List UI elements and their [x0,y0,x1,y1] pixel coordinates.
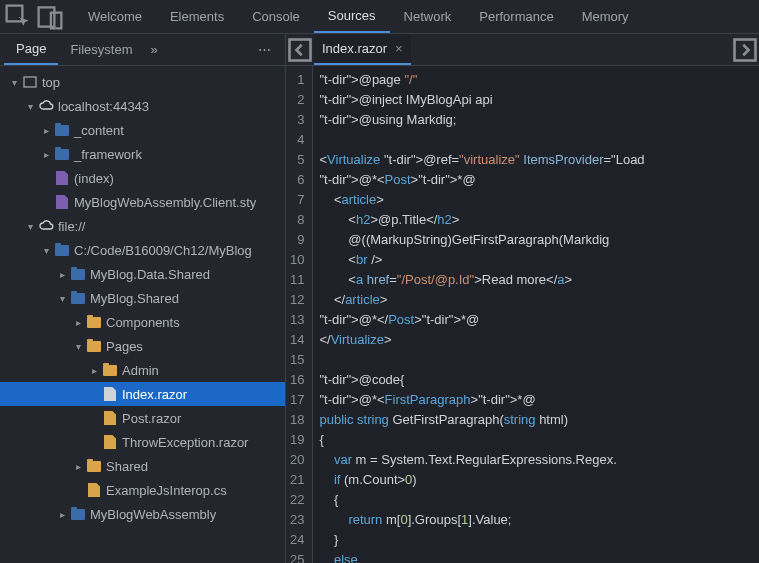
editor-tab-label: Index.razor [322,41,387,56]
tree-row[interactable]: ExampleJsInterop.cs [0,478,285,502]
code-editor[interactable]: 1234567891011121314151617181920212223242… [286,66,759,563]
tree-label: localhost:44343 [58,99,149,114]
expand-arrow-icon[interactable]: ▸ [72,461,84,472]
devtools-topbar: WelcomeElementsConsoleSourcesNetworkPerf… [0,0,759,34]
file-icon [102,386,118,402]
tab-performance[interactable]: Performance [465,0,567,33]
tree-label: Post.razor [122,411,181,426]
expand-arrow-icon[interactable]: ▾ [40,245,52,256]
folder-icon [102,362,118,378]
file-icon [102,410,118,426]
file-tree[interactable]: ▾top▾localhost:44343▸_content▸_framework… [0,66,285,563]
code-lines[interactable]: "t-dir">@page "/""t-dir">@inject IMyBlog… [313,66,759,563]
tree-label: Pages [106,339,143,354]
expand-arrow-icon[interactable]: ▸ [56,269,68,280]
device-toolbar-icon[interactable] [36,3,64,31]
tree-row[interactable]: Post.razor [0,406,285,430]
tree-label: _content [74,123,124,138]
expand-arrow-icon[interactable]: ▸ [88,365,100,376]
tree-row[interactable]: MyBlogWebAssembly.Client.sty [0,190,285,214]
tree-label: file:// [58,219,85,234]
expand-arrow-icon[interactable]: ▸ [72,317,84,328]
tree-row[interactable]: ▸Components [0,310,285,334]
folder-icon [86,314,102,330]
tree-label: top [42,75,60,90]
tree-label: Index.razor [122,387,187,402]
file-icon [54,194,70,210]
tree-row[interactable]: ▸Admin [0,358,285,382]
tree-row[interactable]: ▾top [0,70,285,94]
sidebar-tabs: Page Filesystem » ⋯ [0,34,285,66]
nav-next-icon[interactable] [731,36,759,64]
tree-label: ExampleJsInterop.cs [106,483,227,498]
tree-label: MyBlog.Shared [90,291,179,306]
tree-label: Shared [106,459,148,474]
tree-row[interactable]: ThrowException.razor [0,430,285,454]
sidebar-tabs-overflow-icon[interactable]: » [151,42,158,57]
editor-pane: Index.razor × 12345678910111213141516171… [286,34,759,563]
tab-network[interactable]: Network [390,0,466,33]
tree-row[interactable]: ▸_framework [0,142,285,166]
line-gutter: 1234567891011121314151617181920212223242… [286,66,313,563]
tab-welcome[interactable]: Welcome [74,0,156,33]
cloud-icon [38,98,54,114]
folder-icon [86,458,102,474]
folder-icon [70,266,86,282]
sidebar-tab-page[interactable]: Page [4,34,58,65]
tree-row[interactable]: ▾Pages [0,334,285,358]
sidebar-tab-filesystem[interactable]: Filesystem [58,34,144,65]
folder-icon [54,242,70,258]
tree-label: Components [106,315,180,330]
folder-icon [70,290,86,306]
expand-arrow-icon[interactable]: ▾ [24,221,36,232]
expand-arrow-icon[interactable]: ▾ [56,293,68,304]
tree-row[interactable]: ▸_content [0,118,285,142]
tab-sources[interactable]: Sources [314,0,390,33]
expand-arrow-icon[interactable]: ▾ [72,341,84,352]
tree-row[interactable]: Index.razor [0,382,285,406]
tree-row[interactable]: ▸Shared [0,454,285,478]
file-icon [86,482,102,498]
tree-row[interactable]: ▾file:// [0,214,285,238]
close-icon[interactable]: × [395,41,403,56]
file-icon [102,434,118,450]
expand-arrow-icon[interactable]: ▾ [24,101,36,112]
devtools-tabs: WelcomeElementsConsoleSourcesNetworkPerf… [74,0,643,33]
expand-arrow-icon[interactable]: ▸ [40,125,52,136]
svg-rect-3 [24,77,36,87]
inspect-icon[interactable] [4,3,32,31]
nav-prev-icon[interactable] [286,36,314,64]
tree-label: Admin [122,363,159,378]
tree-row[interactable]: ▸MyBlogWebAssembly [0,502,285,526]
tab-elements[interactable]: Elements [156,0,238,33]
expand-arrow-icon[interactable]: ▸ [56,509,68,520]
tree-row[interactable]: (index) [0,166,285,190]
editor-tab-indexrazor[interactable]: Index.razor × [314,34,411,65]
tab-console[interactable]: Console [238,0,314,33]
frame-icon [22,74,38,90]
tree-label: C:/Code/B16009/Ch12/MyBlog [74,243,252,258]
folder-icon [54,146,70,162]
folder-icon [70,506,86,522]
sources-sidebar: Page Filesystem » ⋯ ▾top▾localhost:44343… [0,34,286,563]
svg-rect-5 [735,39,756,60]
folder-icon [86,338,102,354]
editor-tabstrip: Index.razor × [286,34,759,66]
tab-memory[interactable]: Memory [568,0,643,33]
tree-label: MyBlogWebAssembly.Client.sty [74,195,256,210]
tree-label: (index) [74,171,114,186]
svg-rect-1 [39,7,55,26]
tree-label: MyBlogWebAssembly [90,507,216,522]
svg-rect-4 [290,39,311,60]
tree-row[interactable]: ▾C:/Code/B16009/Ch12/MyBlog [0,238,285,262]
tree-row[interactable]: ▾MyBlog.Shared [0,286,285,310]
tree-row[interactable]: ▸MyBlog.Data.Shared [0,262,285,286]
tree-label: ThrowException.razor [122,435,248,450]
expand-arrow-icon[interactable]: ▾ [8,77,20,88]
sidebar-more-icon[interactable]: ⋯ [258,42,273,57]
tree-label: _framework [74,147,142,162]
tree-row[interactable]: ▾localhost:44343 [0,94,285,118]
file-icon [54,170,70,186]
expand-arrow-icon[interactable]: ▸ [40,149,52,160]
folder-icon [54,122,70,138]
